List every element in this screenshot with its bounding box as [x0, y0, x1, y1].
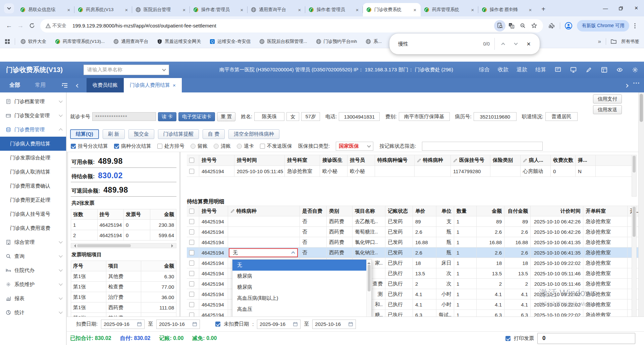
sidebar-item-门诊发票综合处理[interactable]: 门诊发票综合处理 — [0, 151, 66, 165]
table-row[interactable]: 第2张其他费1.24 — [71, 313, 176, 317]
bookmark-item[interactable]: 药库管理系统(V13)... — [55, 39, 105, 45]
card-number-input[interactable]: ************** — [92, 112, 156, 121]
calendar-icon[interactable] — [137, 322, 142, 327]
row-select-cell[interactable] — [187, 258, 199, 268]
find-previous-icon[interactable] — [497, 38, 509, 50]
bookmark-item[interactable]: 医院后台权限管理... — [259, 39, 307, 45]
sidebar-group-住院代办[interactable]: 住院代办 — [0, 263, 66, 277]
chrome-update-button[interactable]: 有新版 Chrome 可用 — [577, 20, 629, 31]
bookmark-item[interactable]: 系... — [366, 39, 382, 45]
profile-avatar[interactable] — [563, 20, 574, 31]
unpaid-date-to-input[interactable]: 2025-10-16 — [312, 320, 356, 329]
tab-close-icon[interactable]: × — [181, 7, 187, 13]
sidebar-item-门诊病人取消结算[interactable]: 门诊病人取消结算 — [0, 165, 66, 179]
dropdown-option[interactable]: 高血压病(Ⅱ期以上) — [232, 293, 371, 304]
find-close-icon[interactable]: × — [522, 38, 535, 50]
tabs-more-icon[interactable] — [633, 82, 639, 88]
window-icon[interactable] — [600, 66, 608, 74]
checkbox-icon[interactable] — [189, 240, 194, 245]
row-select-cell[interactable] — [187, 166, 199, 177]
bookmark-item[interactable]: 软件大全 — [20, 39, 46, 45]
tab-close-icon[interactable]: × — [527, 7, 533, 13]
credit-button-信用支付[interactable]: 信用支付 — [593, 94, 622, 104]
find-input[interactable]: 慢性 — [398, 41, 483, 47]
row-select-cell[interactable] — [187, 248, 199, 258]
url-text[interactable]: 199.9.129.29:8000/his-mzsf/app/#/cost/ou… — [72, 23, 494, 28]
fee-table-scrollbar[interactable] — [632, 206, 637, 317]
row-select-cell[interactable] — [187, 310, 199, 317]
row-select-cell[interactable] — [187, 237, 199, 248]
row-select-cell[interactable] — [187, 279, 199, 289]
row-select-cell[interactable] — [187, 289, 199, 299]
tabs-scroll-left-icon[interactable] — [76, 82, 79, 88]
status-filter-input[interactable] — [422, 142, 543, 151]
find-bar[interactable]: 慢性 0/0 × — [389, 33, 540, 54]
checkbox-icon[interactable] — [189, 261, 194, 266]
app-tab-门诊病人费用结算[interactable]: 门诊病人费用结算× — [124, 78, 182, 92]
row-select-cell[interactable] — [187, 216, 199, 227]
checkbox-icon[interactable] — [189, 209, 194, 214]
patient-field-value[interactable]: 女 — [286, 112, 299, 121]
browser-tab-active[interactable]: 门诊收费系统× — [363, 3, 421, 16]
radio-icon[interactable] — [237, 144, 242, 149]
pen-icon[interactable] — [585, 66, 592, 74]
checkbox-icon[interactable] — [189, 281, 194, 286]
dropdown-option[interactable]: 系统性红斑狼疮 — [232, 315, 371, 317]
credit-button-信用发送[interactable]: 信用发送 — [593, 105, 622, 114]
tab-close-icon[interactable]: × — [470, 7, 476, 13]
sidebar-group-查询[interactable]: 查询 — [0, 249, 66, 263]
action-button-预交金[interactable]: 预交金 — [128, 129, 154, 139]
dropdown-option[interactable]: 高血压 — [232, 304, 371, 315]
ecert-read-button[interactable]: 电子凭证读卡 — [178, 112, 215, 121]
sidebar-group-报表[interactable]: 报表 — [0, 291, 66, 305]
reload-button[interactable] — [26, 20, 38, 31]
bookmark-star-icon[interactable] — [528, 20, 540, 31]
patient-field-value[interactable]: 57岁 — [301, 112, 320, 121]
registration-table-scrollbar[interactable] — [632, 155, 637, 197]
checkbox-icon[interactable] — [189, 219, 194, 224]
menu-search-select[interactable]: 请输入菜单名称 — [84, 65, 169, 75]
sidebar-group-综合管理[interactable]: 综合管理 — [0, 235, 66, 249]
sidebar-group-门诊预交金管理[interactable]: 门诊预交金管理 — [0, 109, 66, 123]
deduct-date-from-input[interactable]: 2025-09-16 — [101, 320, 145, 329]
action-button-清空全部特殊病种[interactable]: 清空全部特殊病种 — [228, 129, 279, 139]
patient-field-value[interactable]: 普通居民 — [545, 112, 578, 121]
option-挂号分次结算[interactable]: 挂号分次结算 — [71, 143, 108, 149]
dropdown-scrollbar[interactable] — [366, 260, 371, 317]
checkbox-icon[interactable] — [189, 302, 194, 307]
bookmark-item[interactable]: Q运维安全-奇安信 — [210, 39, 251, 45]
sidebar-item-门诊病人挂号退号[interactable]: 门诊病人挂号退号 — [0, 207, 66, 221]
calendar-icon[interactable] — [192, 322, 197, 327]
browser-tab[interactable]: 通用查询平台× — [248, 3, 305, 16]
sidebar-group-统计[interactable]: 统计 — [0, 305, 66, 320]
app-tab-收费员结账[interactable]: 收费员结账 — [87, 78, 124, 92]
window-minimize-button[interactable]: — — [598, 0, 613, 16]
sidebar-item-门诊病人费用结算[interactable]: 门诊病人费用结算 — [0, 137, 66, 151]
action-button-门诊结算提醒[interactable]: 门诊结算提醒 — [158, 129, 199, 139]
find-in-page-icon[interactable] — [494, 20, 505, 31]
row-select-cell[interactable] — [187, 299, 199, 310]
tab-close-icon[interactable]: × — [297, 7, 303, 13]
checkbox-icon[interactable] — [189, 292, 194, 297]
row-select-cell[interactable] — [187, 268, 199, 279]
unpaid-date-from-input[interactable]: 2025-09-16 — [257, 320, 301, 329]
browser-tab[interactable]: 医院后台管理× — [132, 3, 190, 16]
table-row[interactable]: 第1张治疗费36.00 — [71, 292, 176, 302]
browser-tab[interactable]: 操作者:蔡剑锋× — [478, 3, 536, 16]
action-button-自 费[interactable]: 自 费 — [203, 129, 225, 139]
tab-close-icon[interactable]: × — [354, 7, 360, 13]
sidebar-group-门诊费用管理[interactable]: 门诊费用管理 — [0, 123, 66, 137]
new-tab-button[interactable]: + — [539, 4, 548, 14]
reset-button[interactable]: 重 置 — [217, 112, 235, 121]
radio-icon[interactable] — [214, 144, 219, 149]
window-maximize-button[interactable] — [613, 0, 629, 16]
bookmark-item[interactable]: 通用查询平台 — [113, 39, 148, 45]
apps-grid-icon[interactable] — [5, 39, 10, 44]
tabs-scroll-right-icon[interactable] — [625, 82, 628, 88]
fee-row[interactable]: 46425194否西药费去乙酰毛..已发药89支189892025-10-10 … — [187, 216, 641, 227]
table-row[interactable]: 第1张其他费6.30 — [71, 271, 176, 282]
registration-row[interactable]: 464251942025-10-10 05:11:45急诊抢救室欧小秘欧小秘11… — [187, 166, 636, 177]
header-nav-退款[interactable]: 退款 — [517, 66, 527, 73]
browser-tab[interactable]: 药房系统(V13× — [74, 3, 132, 16]
option-处方排号[interactable]: 处方排号 — [157, 143, 184, 149]
